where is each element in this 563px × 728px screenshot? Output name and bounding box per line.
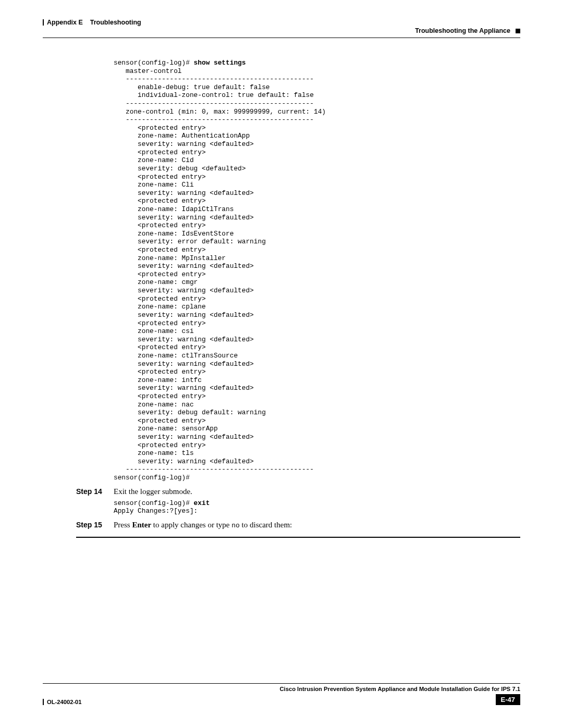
code-block-show-settings: sensor(config-log)# show settings master… [114,59,520,482]
page-number-badge: E-47 [496,694,520,705]
doc-id: OL-24002-01 [47,699,82,705]
guide-title: Cisco Intrusion Prevention System Applia… [280,686,520,692]
step-15: Step 15 Press Enter to apply changes or … [76,521,520,529]
step-text: Press Enter to apply changes or type no … [114,521,292,529]
command: exit [194,499,210,507]
code-line: Apply Changes:?[yes]: [114,507,198,515]
page: Appendix E Troubleshooting Troubleshooti… [0,0,563,728]
footer-row: OL-24002-01 Cisco Intrusion Prevention S… [43,686,520,705]
footer-bar-icon [43,699,44,705]
prompt: sensor(config-log)# [114,59,194,67]
step-label: Step 14 [76,487,114,496]
bold-enter: Enter [132,521,151,529]
step-text: Exit the logger submode. [114,487,192,496]
sub-header: Troubleshooting the Appliance [43,27,520,34]
prompt: sensor(config-log)# [114,499,194,507]
section-end-rule [76,537,520,538]
command: show settings [194,59,246,67]
step-label: Step 15 [76,521,114,529]
square-icon [516,29,520,33]
header-left: Appendix E Troubleshooting [43,19,141,26]
txt: to apply changes or type [151,521,231,529]
txt: Press [114,521,132,529]
running-header: Appendix E Troubleshooting [43,19,520,26]
code-block-exit: sensor(config-log)# exit Apply Changes:?… [114,499,520,515]
txt: to discard them: [240,521,292,529]
code-output: master-control -------------------------… [114,67,326,482]
mono-no: no [231,522,240,529]
step-14: Step 14 Exit the logger submode. [76,487,520,496]
footer-right: Cisco Intrusion Prevention System Applia… [280,686,520,705]
header-bar-icon [43,19,44,26]
footer-rule [43,683,520,684]
chapter-title: Troubleshooting [90,19,141,26]
header-rule [43,38,520,38]
footer-left: OL-24002-01 [43,699,82,705]
section-title: Troubleshooting the Appliance [415,27,510,34]
appendix-label: Appendix E [47,19,83,26]
page-footer: OL-24002-01 Cisco Intrusion Prevention S… [43,683,520,705]
